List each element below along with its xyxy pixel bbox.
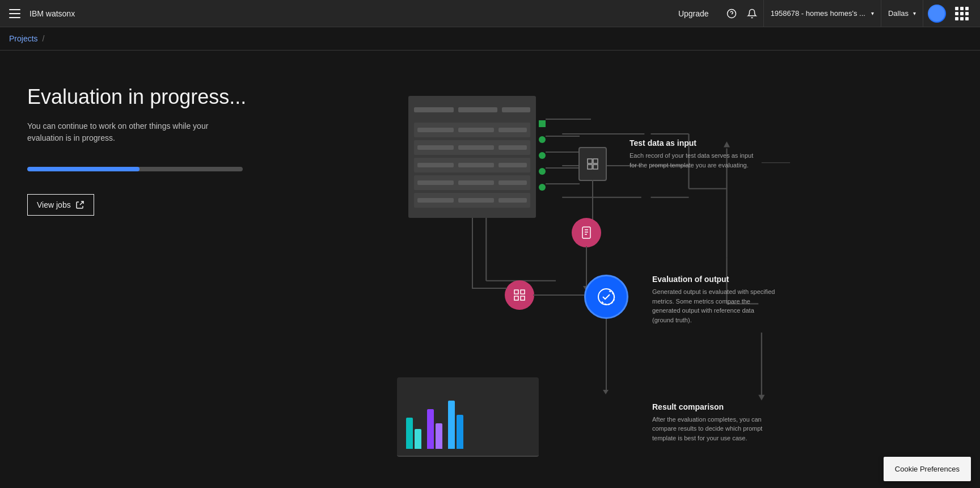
svg-line-4 [80,201,83,205]
region-label: Dallas [888,9,909,18]
upgrade-button[interactable]: Upgrade [678,9,709,18]
svg-rect-22 [588,159,592,163]
account-label: 1958678 - homes homes's ... [771,9,865,18]
evaluation-node [584,275,628,319]
green-dot-2 [539,136,546,143]
svg-rect-26 [582,227,590,238]
arrow-down-2 [603,390,609,394]
svg-rect-25 [593,165,598,169]
svg-rect-30 [514,290,518,294]
svg-rect-32 [514,296,518,300]
account-selector[interactable]: 1958678 - homes homes's ... ▾ [763,0,881,27]
notification-icon[interactable] [743,5,761,23]
result-compare-desc: After the evaluation completes, you can … [652,415,777,443]
view-jobs-label: View jobs [37,200,71,209]
connector-horiz-5 [546,183,580,184]
connector-horiz-2 [546,136,580,137]
eval-output-annotation: Evaluation of output Generated output is… [652,275,777,325]
result-compare-annotation: Result comparison After the evaluation c… [652,402,777,443]
hamburger-menu[interactable] [9,8,20,19]
connector-horiz-to-eval [533,295,587,296]
view-jobs-button[interactable]: View jobs [27,194,94,216]
brand-name: IBM watsonx [29,9,75,18]
green-dot-5 [539,184,546,191]
cookie-preferences-label: Cookie Preferences [895,465,960,473]
progress-bar [27,167,243,171]
main-content: Evaluation in progress... You can contin… [0,51,980,488]
svg-marker-20 [758,395,764,401]
diagram-panel: Test data as input Each record of your t… [284,51,980,488]
result-chart [397,377,539,457]
connector-horiz-4 [546,167,580,169]
prompt-template-node [505,280,534,310]
svg-rect-23 [593,159,598,163]
connector-horiz-3 [546,152,580,153]
progress-fill [27,167,140,171]
test-data-title: Test data as input [630,138,754,148]
bar-group-1 [406,418,421,449]
test-data-annotation: Test data as input Each record of your t… [630,138,754,170]
svg-rect-33 [521,296,525,300]
bar-group-3 [448,401,463,449]
connector-horiz-1 [546,119,591,120]
breadcrumb: Projects / [0,27,980,51]
diagram-connectors [284,51,980,488]
green-dot-3 [539,152,546,159]
green-dot-4 [539,168,546,175]
region-selector[interactable]: Dallas ▾ [881,0,923,27]
svg-rect-24 [588,165,592,169]
cookie-preferences-button[interactable]: Cookie Preferences [884,457,971,481]
avatar[interactable] [928,5,946,23]
page-subtitle: You can continue to work on other things… [27,120,243,144]
template-node [572,218,601,247]
eval-output-desc: Generated output is evaluated with speci… [652,287,777,325]
connector-horiz-bottom [472,288,507,289]
svg-point-3 [929,6,945,22]
svg-rect-31 [521,290,525,294]
test-data-desc: Each record of your test data serves as … [630,151,754,170]
external-link-icon [75,200,85,209]
input-processor-node [578,147,607,181]
connector-vert-1 [592,180,593,225]
waffle-menu-icon[interactable] [953,5,971,23]
green-dot-1 [539,120,546,127]
connector-vert-eval [606,319,607,393]
connector-vert-table [472,218,473,289]
breadcrumb-separator: / [43,34,45,43]
help-icon[interactable] [723,5,741,23]
table-header-row [414,102,530,117]
connector-vert-2 [586,246,587,289]
data-table-visual [408,96,536,218]
page-title: Evaluation in progress... [27,85,256,109]
top-navbar: IBM watsonx Upgrade 1958678 - homes home… [0,0,980,27]
region-chevron-icon: ▾ [913,10,916,16]
breadcrumb-projects-link[interactable]: Projects [9,34,38,43]
result-compare-title: Result comparison [652,402,777,411]
account-chevron-icon: ▾ [871,10,874,16]
bar-group-2 [427,409,442,449]
eval-output-title: Evaluation of output [652,275,777,284]
left-panel: Evaluation in progress... You can contin… [0,51,284,488]
